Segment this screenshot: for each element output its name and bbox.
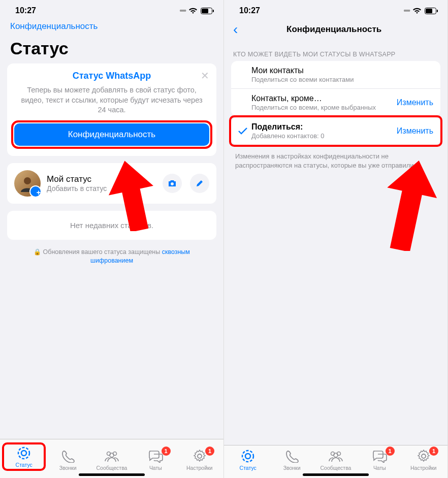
page-title: Статус [0,36,223,63]
battery-icon [425,8,438,14]
communities-icon [328,449,343,464]
ellipsis-icon: •••• [403,7,409,15]
svg-point-3 [24,177,31,184]
status-time: 10:27 [239,6,260,15]
close-icon[interactable]: ✕ [201,70,209,82]
option-my-contacts[interactable]: Мои контакты Поделиться со всеми контакт… [231,61,440,89]
edit-button[interactable] [190,174,209,193]
tab-chats[interactable]: 1 Чаты [358,449,401,471]
ellipsis-icon: •••• [179,7,185,15]
pencil-icon [196,179,204,187]
status-icon [16,445,31,461]
svg-rect-2 [213,10,214,12]
option-title: Контакты, кроме… [251,94,393,103]
svg-point-6 [18,448,29,459]
tab-status[interactable]: Статус [2,442,46,471]
encryption-note: 🔒 Обновления вашего статуса защищены скв… [7,248,216,266]
svg-point-17 [245,454,250,459]
camera-icon [168,179,177,187]
tab-communities[interactable]: Сообщества [314,449,358,471]
tab-bar: Статус Звонки Сообщества 1 Чаты 1 [0,439,223,478]
tab-label: Сообщества [96,465,127,471]
badge: 1 [429,447,438,456]
svg-rect-13 [426,9,432,13]
option-subtitle: Поделиться со всеми контактами [251,76,433,83]
battery-icon [201,8,214,14]
tab-label: Настройки [186,465,213,471]
svg-rect-14 [437,10,438,12]
tab-settings[interactable]: 1 Настройки [178,449,221,471]
tab-label: Статус [240,465,257,471]
option-share-with[interactable]: Поделиться: Добавлено контактов: 0 Измен… [231,117,440,145]
privacy-options-list-highlighted: Поделиться: Добавлено контактов: 0 Измен… [231,117,440,145]
phone-screen-status: 10:27 •••• Конфиденциальность Статус ✕ С… [0,0,224,478]
nav-title: Конфиденциальность [227,24,441,35]
svg-point-10 [110,453,114,457]
wifi-icon [188,8,198,14]
svg-point-16 [242,451,253,462]
my-status-card[interactable]: + Мой статус Добавить в статус [7,163,216,204]
status-indicators: •••• [403,7,438,15]
tab-calls[interactable]: Звонки [270,449,313,471]
avatar[interactable]: + [14,170,41,197]
tab-chats[interactable]: 1 Чаты [134,449,177,471]
svg-point-7 [21,451,26,456]
plus-icon: + [37,188,41,197]
encryption-text-pre: Обновления вашего статуса защищены [43,248,162,256]
tab-label: Статус [16,462,33,468]
section-header: КТО МОЖЕТ ВИДЕТЬ МОИ СТАТУСЫ В WHATSAPP [224,42,447,61]
home-indicator [79,473,145,476]
svg-point-11 [198,454,202,458]
badge: 1 [386,447,395,456]
privacy-info-footer: Изменения в настройках конфиденциальност… [224,147,447,175]
change-button[interactable]: Изменить [393,126,433,136]
phone-icon [60,449,76,464]
privacy-options-list: Мои контакты Поделиться со всеми контакт… [231,61,440,116]
option-subtitle: Поделиться со всеми, кроме выбранных [251,104,393,111]
option-title: Мои контакты [251,66,433,75]
wifi-icon [412,8,422,14]
tab-status[interactable]: Статус [226,449,270,471]
status-bar: 10:27 •••• [0,0,223,17]
tab-label: Сообщества [320,465,351,471]
my-status-subtitle: Добавить в статус [47,184,107,193]
option-subtitle: Добавлено контактов: 0 [251,132,393,140]
privacy-button[interactable]: Конфиденциальность [14,123,209,146]
nav-header: ‹ Конфиденциальность [224,17,447,42]
option-contacts-except[interactable]: Контакты, кроме… Поделиться со всеми, кр… [231,89,440,116]
my-status-text: Мой статус Добавить в статус [47,174,107,193]
my-status-title: Мой статус [47,174,107,184]
camera-button[interactable] [163,174,182,193]
status-bar: 10:27 •••• [224,0,447,17]
empty-statuses: Нет недавних статусов. [7,211,216,240]
checkmark-icon [238,128,251,135]
phone-screen-privacy: 10:27 •••• ‹ Конфиденциальность КТО МОЖЕ… [224,0,448,478]
status-icon [240,449,255,464]
tab-label: Звонки [283,465,301,471]
highlight-annotation: Конфиденциальность [11,120,212,149]
tab-label: Чаты [149,465,162,471]
option-title: Поделиться: [251,122,393,132]
status-indicators: •••• [179,7,214,15]
svg-rect-1 [202,9,208,13]
tab-bar: Статус Звонки Сообщества 1 Чаты 1 [224,445,447,478]
svg-point-21 [422,454,426,458]
svg-point-20 [334,453,338,457]
promo-description: Теперь вы можете добавлять в свой статус… [14,85,209,115]
tab-calls[interactable]: Звонки [46,449,89,471]
chats-icon [148,449,163,464]
tab-label: Чаты [373,465,386,471]
tab-label: Звонки [59,465,77,471]
promo-card: ✕ Статус WhatsApp Теперь вы можете добав… [7,63,216,156]
tab-settings[interactable]: 1 Настройки [402,449,445,471]
svg-point-4 [171,182,174,185]
chats-icon [372,449,387,464]
tab-communities[interactable]: Сообщества [90,449,134,471]
phone-icon [284,449,300,464]
badge: 1 [162,447,171,456]
home-indicator [303,473,369,476]
nav-privacy-link[interactable]: Конфиденциальность [0,17,223,36]
change-button[interactable]: Изменить [393,98,433,107]
badge: 1 [205,447,214,456]
promo-heading: Статус WhatsApp [14,71,209,81]
